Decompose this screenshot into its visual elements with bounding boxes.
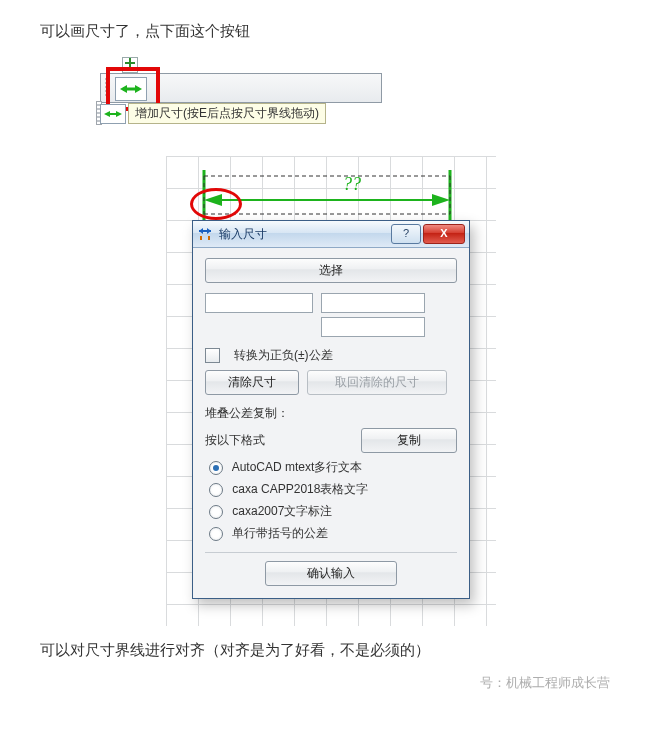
svg-marker-17 (207, 228, 211, 234)
stack-copy-label: 堆叠公差复制： (205, 405, 457, 422)
select-button[interactable]: 选择 (205, 258, 457, 283)
convert-tolerance-checkbox[interactable] (205, 348, 220, 363)
svg-marker-5 (116, 111, 122, 117)
svg-marker-16 (199, 228, 203, 234)
dimension-placeholder-text: ?? (343, 174, 361, 194)
lower-tolerance-input[interactable] (321, 317, 425, 337)
format-option-autocad-radio[interactable] (209, 461, 223, 475)
paragraph-1: 可以画尺寸了，点下面这个按钮 (40, 22, 620, 41)
confirm-button[interactable]: 确认输入 (265, 561, 397, 586)
figure-dialog: ?? 输入尺寸 (165, 155, 495, 627)
format-option-caxa2018-radio[interactable] (209, 483, 223, 497)
svg-marker-2 (135, 85, 142, 93)
watermark-text: 号：机械工程师成长营 (40, 674, 620, 692)
add-dimension-button[interactable] (115, 77, 147, 101)
toolbar (100, 73, 382, 103)
format-option-singleline-radio[interactable] (209, 527, 223, 541)
clear-dimension-button[interactable]: 清除尺寸 (205, 370, 299, 395)
format-option-caxa2007-radio[interactable] (209, 505, 223, 519)
recall-dimension-button[interactable]: 取回清除的尺寸 (307, 370, 447, 395)
help-button[interactable]: ? (391, 224, 421, 244)
close-button[interactable]: X (423, 224, 465, 244)
grid-background: ?? 输入尺寸 (165, 155, 497, 627)
format-option-autocad-label: AutoCAD mtext多行文本 (232, 460, 363, 474)
dimension-preview: ?? (198, 170, 456, 214)
small-green-marker (122, 57, 138, 73)
figure-toolbar: 增加尺寸(按E后点按尺寸界线拖动) (100, 55, 400, 125)
value-input[interactable] (205, 293, 313, 313)
dialog-title: 输入尺寸 (219, 226, 267, 243)
dialog-icon (197, 226, 213, 242)
toolbar-grip (105, 78, 108, 98)
format-option-caxa2018-label: caxa CAPP2018表格文字 (232, 482, 368, 496)
upper-tolerance-input[interactable] (321, 293, 425, 313)
format-option-singleline-label: 单行带括号的公差 (232, 526, 328, 540)
tooltip-button-icon[interactable] (100, 104, 126, 124)
dialog-titlebar[interactable]: 输入尺寸 ? X (193, 221, 469, 248)
copy-button[interactable]: 复制 (361, 428, 457, 453)
paragraph-2: 可以对尺寸界线进行对齐（对齐是为了好看，不是必须的） (40, 641, 620, 660)
tooltip-text: 增加尺寸(按E后点按尺寸界线拖动) (128, 103, 326, 124)
svg-marker-14 (432, 194, 450, 206)
double-arrow-icon (120, 83, 142, 95)
input-dimension-dialog: 输入尺寸 ? X 选择 (192, 220, 470, 599)
svg-marker-4 (104, 111, 110, 117)
format-option-caxa2007-label: caxa2007文字标注 (232, 504, 332, 518)
format-label: 按以下格式 (205, 432, 265, 449)
convert-tolerance-label: 转换为正负(±)公差 (234, 347, 333, 364)
svg-marker-1 (120, 85, 127, 93)
double-arrow-icon (104, 109, 122, 119)
svg-marker-13 (204, 194, 222, 206)
